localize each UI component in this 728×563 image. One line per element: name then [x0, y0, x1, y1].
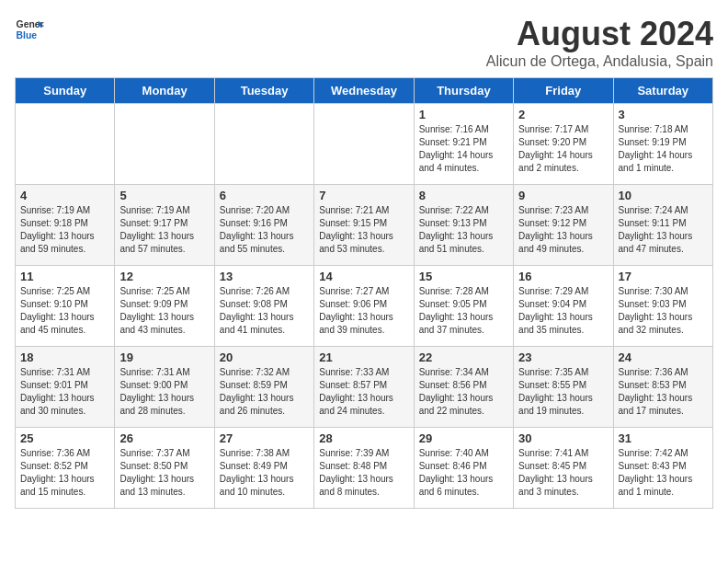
- weekday-header: Tuesday: [214, 78, 313, 104]
- day-info: Sunrise: 7:23 AM Sunset: 9:12 PM Dayligh…: [518, 204, 608, 256]
- weekday-header-row: SundayMondayTuesdayWednesdayThursdayFrid…: [16, 78, 713, 104]
- calendar-cell: 13Sunrise: 7:26 AM Sunset: 9:08 PM Dayli…: [214, 266, 313, 347]
- day-number: 10: [619, 189, 708, 202]
- day-info: Sunrise: 7:36 AM Sunset: 8:52 PM Dayligh…: [20, 447, 109, 499]
- day-info: Sunrise: 7:27 AM Sunset: 9:06 PM Dayligh…: [319, 285, 408, 337]
- day-number: 18: [20, 350, 109, 364]
- day-number: 8: [419, 189, 508, 202]
- day-number: 27: [220, 431, 309, 445]
- calendar-cell: 31Sunrise: 7:42 AM Sunset: 8:43 PM Dayli…: [613, 428, 712, 509]
- day-number: 29: [419, 431, 508, 445]
- calendar-cell: 9Sunrise: 7:23 AM Sunset: 9:12 PM Daylig…: [514, 185, 613, 266]
- day-info: Sunrise: 7:31 AM Sunset: 9:00 PM Dayligh…: [119, 366, 209, 418]
- day-number: 4: [20, 189, 109, 202]
- day-number: 16: [518, 270, 608, 283]
- main-title: August 2024: [486, 15, 713, 53]
- day-info: Sunrise: 7:40 AM Sunset: 8:46 PM Dayligh…: [419, 447, 508, 499]
- day-number: 2: [518, 108, 608, 121]
- calendar-cell: 17Sunrise: 7:30 AM Sunset: 9:03 PM Dayli…: [613, 266, 712, 347]
- day-number: 14: [319, 270, 408, 283]
- calendar-week-row: 25Sunrise: 7:36 AM Sunset: 8:52 PM Dayli…: [16, 428, 713, 509]
- calendar-cell: 25Sunrise: 7:36 AM Sunset: 8:52 PM Dayli…: [16, 428, 115, 509]
- calendar-table: SundayMondayTuesdayWednesdayThursdayFrid…: [15, 77, 713, 509]
- day-number: 3: [619, 108, 708, 121]
- calendar-cell: [115, 104, 214, 185]
- calendar-cell: 20Sunrise: 7:32 AM Sunset: 8:59 PM Dayli…: [214, 347, 313, 428]
- weekday-header: Friday: [514, 78, 613, 104]
- calendar-cell: 26Sunrise: 7:37 AM Sunset: 8:50 PM Dayli…: [115, 428, 214, 509]
- day-number: 19: [119, 350, 209, 364]
- day-info: Sunrise: 7:33 AM Sunset: 8:57 PM Dayligh…: [319, 366, 408, 418]
- logo: General Blue: [15, 15, 44, 44]
- day-info: Sunrise: 7:19 AM Sunset: 9:17 PM Dayligh…: [119, 204, 209, 256]
- calendar-cell: [214, 104, 313, 185]
- day-info: Sunrise: 7:19 AM Sunset: 9:18 PM Dayligh…: [20, 204, 109, 256]
- weekday-header: Sunday: [16, 78, 115, 104]
- day-info: Sunrise: 7:34 AM Sunset: 8:56 PM Dayligh…: [419, 366, 508, 418]
- day-info: Sunrise: 7:39 AM Sunset: 8:48 PM Dayligh…: [319, 447, 408, 499]
- day-info: Sunrise: 7:24 AM Sunset: 9:11 PM Dayligh…: [619, 204, 708, 256]
- calendar-cell: 10Sunrise: 7:24 AM Sunset: 9:11 PM Dayli…: [613, 185, 712, 266]
- svg-text:Blue: Blue: [17, 30, 38, 40]
- calendar-cell: 24Sunrise: 7:36 AM Sunset: 8:53 PM Dayli…: [613, 347, 712, 428]
- day-info: Sunrise: 7:42 AM Sunset: 8:43 PM Dayligh…: [619, 447, 708, 499]
- calendar-week-row: 1Sunrise: 7:16 AM Sunset: 9:21 PM Daylig…: [16, 104, 713, 185]
- day-number: 5: [119, 189, 209, 202]
- day-number: 15: [419, 270, 508, 283]
- weekday-header: Monday: [115, 78, 214, 104]
- calendar-cell: 29Sunrise: 7:40 AM Sunset: 8:46 PM Dayli…: [414, 428, 513, 509]
- day-info: Sunrise: 7:25 AM Sunset: 9:09 PM Dayligh…: [119, 285, 209, 337]
- calendar-cell: 12Sunrise: 7:25 AM Sunset: 9:09 PM Dayli…: [115, 266, 214, 347]
- day-number: 7: [319, 189, 408, 202]
- day-number: 23: [518, 350, 608, 364]
- calendar-cell: 27Sunrise: 7:38 AM Sunset: 8:49 PM Dayli…: [214, 428, 313, 509]
- day-number: 12: [119, 270, 209, 283]
- day-number: 31: [619, 431, 708, 445]
- day-number: 26: [119, 431, 209, 445]
- day-info: Sunrise: 7:35 AM Sunset: 8:55 PM Dayligh…: [518, 366, 608, 418]
- day-info: Sunrise: 7:28 AM Sunset: 9:05 PM Dayligh…: [419, 285, 508, 337]
- day-number: 17: [619, 270, 708, 283]
- day-info: Sunrise: 7:36 AM Sunset: 8:53 PM Dayligh…: [619, 366, 708, 418]
- day-number: 28: [319, 431, 408, 445]
- calendar-cell: [16, 104, 115, 185]
- page-header: General Blue August 2024 Alicun de Orteg…: [15, 15, 713, 70]
- calendar-cell: 5Sunrise: 7:19 AM Sunset: 9:17 PM Daylig…: [115, 185, 214, 266]
- day-number: 24: [619, 350, 708, 364]
- calendar-cell: 30Sunrise: 7:41 AM Sunset: 8:45 PM Dayli…: [514, 428, 613, 509]
- weekday-header: Wednesday: [314, 78, 414, 104]
- calendar-cell: 23Sunrise: 7:35 AM Sunset: 8:55 PM Dayli…: [514, 347, 613, 428]
- calendar-cell: 18Sunrise: 7:31 AM Sunset: 9:01 PM Dayli…: [16, 347, 115, 428]
- calendar-cell: [314, 104, 414, 185]
- calendar-cell: 21Sunrise: 7:33 AM Sunset: 8:57 PM Dayli…: [314, 347, 414, 428]
- calendar-cell: 1Sunrise: 7:16 AM Sunset: 9:21 PM Daylig…: [414, 104, 513, 185]
- day-info: Sunrise: 7:21 AM Sunset: 9:15 PM Dayligh…: [319, 204, 408, 256]
- day-number: 21: [319, 350, 408, 364]
- logo-icon: General Blue: [15, 15, 44, 44]
- title-section: August 2024 Alicun de Ortega, Andalusia,…: [486, 15, 713, 70]
- day-info: Sunrise: 7:16 AM Sunset: 9:21 PM Dayligh…: [419, 123, 508, 175]
- day-number: 30: [518, 431, 608, 445]
- day-number: 1: [419, 108, 508, 121]
- day-number: 6: [220, 189, 309, 202]
- calendar-cell: 6Sunrise: 7:20 AM Sunset: 9:16 PM Daylig…: [214, 185, 313, 266]
- day-info: Sunrise: 7:25 AM Sunset: 9:10 PM Dayligh…: [20, 285, 109, 337]
- calendar-cell: 14Sunrise: 7:27 AM Sunset: 9:06 PM Dayli…: [314, 266, 414, 347]
- day-info: Sunrise: 7:20 AM Sunset: 9:16 PM Dayligh…: [220, 204, 309, 256]
- day-number: 13: [220, 270, 309, 283]
- calendar-cell: 28Sunrise: 7:39 AM Sunset: 8:48 PM Dayli…: [314, 428, 414, 509]
- subtitle: Alicun de Ortega, Andalusia, Spain: [486, 53, 713, 70]
- calendar-week-row: 4Sunrise: 7:19 AM Sunset: 9:18 PM Daylig…: [16, 185, 713, 266]
- day-number: 25: [20, 431, 109, 445]
- calendar-cell: 15Sunrise: 7:28 AM Sunset: 9:05 PM Dayli…: [414, 266, 513, 347]
- calendar-cell: 11Sunrise: 7:25 AM Sunset: 9:10 PM Dayli…: [16, 266, 115, 347]
- calendar-cell: 7Sunrise: 7:21 AM Sunset: 9:15 PM Daylig…: [314, 185, 414, 266]
- calendar-cell: 22Sunrise: 7:34 AM Sunset: 8:56 PM Dayli…: [414, 347, 513, 428]
- calendar-week-row: 11Sunrise: 7:25 AM Sunset: 9:10 PM Dayli…: [16, 266, 713, 347]
- day-info: Sunrise: 7:26 AM Sunset: 9:08 PM Dayligh…: [220, 285, 309, 337]
- day-number: 22: [419, 350, 508, 364]
- calendar-cell: 8Sunrise: 7:22 AM Sunset: 9:13 PM Daylig…: [414, 185, 513, 266]
- day-number: 20: [220, 350, 309, 364]
- calendar-cell: 16Sunrise: 7:29 AM Sunset: 9:04 PM Dayli…: [514, 266, 613, 347]
- day-info: Sunrise: 7:29 AM Sunset: 9:04 PM Dayligh…: [518, 285, 608, 337]
